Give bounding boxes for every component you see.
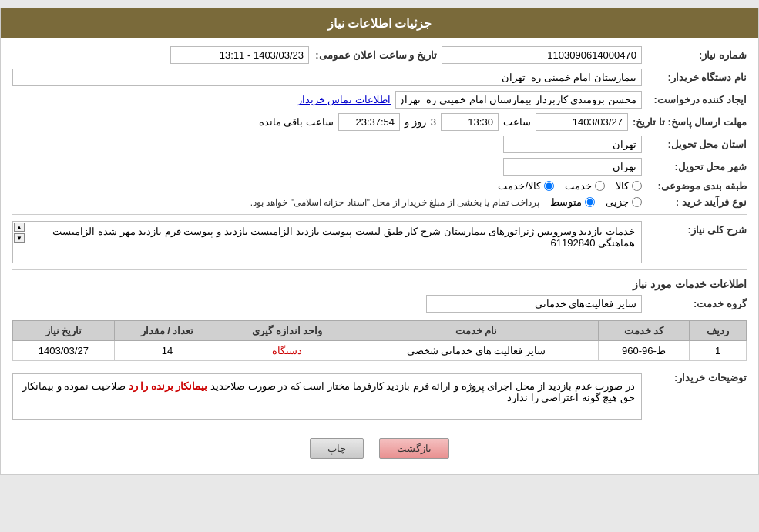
need-number-label: شماره نیاز: xyxy=(646,49,747,61)
category-kala-khedmat-text: کالا/خدمت xyxy=(498,180,541,192)
deadline-time-input[interactable] xyxy=(441,113,499,131)
category-khedmat-label[interactable]: خدمت xyxy=(565,180,605,192)
row-description: شرح کلی نیاز: خدمات بازدید وسرویس ژنراتو… xyxy=(12,221,747,263)
row-city: شهر محل تحویل: xyxy=(12,158,747,176)
row-group: گروه خدمت: xyxy=(12,295,747,313)
deadline-label: مهلت ارسال پاسخ: تا تاریخ: xyxy=(633,116,747,128)
row-creator: ایجاد کننده درخواست: اطلاعات تماس خریدار xyxy=(12,91,747,109)
category-khedmat-text: خدمت xyxy=(565,180,592,192)
buyer-notes-label: توضیحات خریدار: xyxy=(646,369,747,383)
services-section-title: اطلاعات خدمات مورد نیاز xyxy=(12,278,747,290)
date-announce-input[interactable] xyxy=(170,46,309,64)
province-label: استان محل تحویل: xyxy=(646,139,747,150)
buyer-notes-text: در صورت عدم بازدید از محل اجرای پروژه و … xyxy=(22,380,635,403)
divider-1 xyxy=(12,214,747,215)
description-scroll-arrows: ▲ ▼ xyxy=(14,223,25,243)
purchase-motevaset-label[interactable]: متوسط xyxy=(550,196,595,208)
purchase-motevaset-radio[interactable] xyxy=(585,197,595,207)
description-label: شرح کلی نیاز: xyxy=(646,221,747,236)
buyer-notes-box: در صورت عدم بازدید از محل اجرای پروژه و … xyxy=(12,373,642,420)
category-label: طبقه بندی موضوعی: xyxy=(646,180,747,192)
cell-code: ط-96-960 xyxy=(598,341,689,361)
col-quantity: تعداد / مقدار xyxy=(114,321,220,341)
row-province: استان محل تحویل: xyxy=(12,136,747,153)
category-khedmat-radio[interactable] xyxy=(595,181,605,191)
category-radio-group: کالا خدمت کالا/خدمت xyxy=(498,180,642,192)
purchase-radio-group: جزیی متوسط xyxy=(550,196,642,208)
page-title: جزئیات اطلاعات نیاز xyxy=(327,17,432,30)
scroll-up-arrow[interactable]: ▲ xyxy=(14,223,25,232)
buyer-name-label: نام دستگاه خریدار: xyxy=(646,72,747,83)
category-kala-label[interactable]: کالا xyxy=(616,180,642,192)
buttons-row: بازگشت چاپ xyxy=(12,429,747,467)
description-container: خدمات بازدید وسرویس ژنراتورهای بیمارستان… xyxy=(12,221,642,263)
creator-label: ایجاد کننده درخواست: xyxy=(646,94,747,105)
divider-2 xyxy=(12,269,747,270)
col-name: نام خدمت xyxy=(354,321,599,341)
cell-unit: دستگاه xyxy=(220,341,354,361)
creator-input[interactable] xyxy=(395,91,642,109)
creator-contact-link[interactable]: اطلاعات تماس خریدار xyxy=(297,94,391,105)
group-input[interactable] xyxy=(426,295,642,313)
date-announce-label: تاریخ و ساعت اعلان عمومی: xyxy=(314,49,437,61)
services-table-section: ردیف کد خدمت نام خدمت واحد اندازه گیری ت… xyxy=(12,320,747,361)
purchase-type-label: نوع فرآیند خرید : xyxy=(646,196,747,208)
col-unit: واحد اندازه گیری xyxy=(220,321,354,341)
back-button[interactable]: بازگشت xyxy=(379,438,449,459)
purchase-jozii-radio[interactable] xyxy=(632,197,642,207)
row-deadline: مهلت ارسال پاسخ: تا تاریخ: ساعت 3 روز و … xyxy=(12,113,747,131)
deadline-remaining-input[interactable] xyxy=(338,113,400,131)
page-header: جزئیات اطلاعات نیاز xyxy=(1,8,758,38)
table-header-row: ردیف کد خدمت نام خدمت واحد اندازه گیری ت… xyxy=(13,321,747,341)
scroll-down-arrow[interactable]: ▼ xyxy=(14,233,25,243)
cell-quantity: 14 xyxy=(114,341,220,361)
city-input[interactable] xyxy=(503,158,642,176)
print-button[interactable]: چاپ xyxy=(310,438,364,459)
table-row: 1 ط-96-960 سایر فعالیت های خدماتی شخصی د… xyxy=(13,341,747,361)
buyer-name-input[interactable] xyxy=(12,69,642,86)
purchase-note: پرداخت تمام یا بخشی از مبلغ خریدار از مح… xyxy=(250,197,539,208)
cell-name: سایر فعالیت های خدماتی شخصی xyxy=(354,341,599,361)
cell-index: 1 xyxy=(690,341,747,361)
row-purchase-type: نوع فرآیند خرید : جزیی متوسط پرداخت تمام… xyxy=(12,196,747,208)
deadline-days-value: 3 xyxy=(431,116,436,128)
description-text: خدمات بازدید وسرویس ژنراتورهای بیمارستان… xyxy=(12,221,642,263)
category-kala-text: کالا xyxy=(616,180,629,192)
col-date: تاریخ نیاز xyxy=(13,321,115,341)
need-number-input[interactable] xyxy=(442,46,642,64)
city-label: شهر محل تحویل: xyxy=(646,161,747,172)
deadline-remaining-label: ساعت باقی مانده xyxy=(259,116,334,128)
col-code: کد خدمت xyxy=(598,321,689,341)
row-buyer-notes: توضیحات خریدار: در صورت عدم بازدید از مح… xyxy=(12,369,747,424)
purchase-jozii-label[interactable]: جزیی xyxy=(606,196,642,208)
table-header: ردیف کد خدمت نام خدمت واحد اندازه گیری ت… xyxy=(13,321,747,341)
row-buyer-name: نام دستگاه خریدار: xyxy=(12,69,747,86)
page-wrapper: جزئیات اطلاعات نیاز شماره نیاز: تاریخ و … xyxy=(0,8,759,475)
category-kala-khedmat-label[interactable]: کالا/خدمت xyxy=(498,180,554,192)
row-need-number: شماره نیاز: تاریخ و ساعت اعلان عمومی: xyxy=(12,46,747,64)
content-area: شماره نیاز: تاریخ و ساعت اعلان عمومی: نا… xyxy=(1,38,758,474)
services-table: ردیف کد خدمت نام خدمت واحد اندازه گیری ت… xyxy=(12,320,747,361)
deadline-day-label: روز و xyxy=(405,116,426,128)
deadline-time-label: ساعت xyxy=(503,116,531,128)
col-index: ردیف xyxy=(690,321,747,341)
table-body: 1 ط-96-960 سایر فعالیت های خدماتی شخصی د… xyxy=(13,341,747,361)
province-input[interactable] xyxy=(503,136,642,153)
row-category: طبقه بندی موضوعی: کالا خدمت کالا/خدمت xyxy=(12,180,747,192)
group-label: گروه خدمت: xyxy=(646,298,747,309)
category-kala-khedmat-radio[interactable] xyxy=(544,181,554,191)
buyer-notes-bold: بیمانکار برنده را رد xyxy=(129,380,208,392)
purchase-motevaset-text: متوسط xyxy=(550,196,582,208)
category-kala-radio[interactable] xyxy=(632,181,642,191)
purchase-jozii-text: جزیی xyxy=(606,196,629,208)
deadline-date-input[interactable] xyxy=(536,113,628,131)
cell-date: 1403/03/27 xyxy=(13,341,115,361)
